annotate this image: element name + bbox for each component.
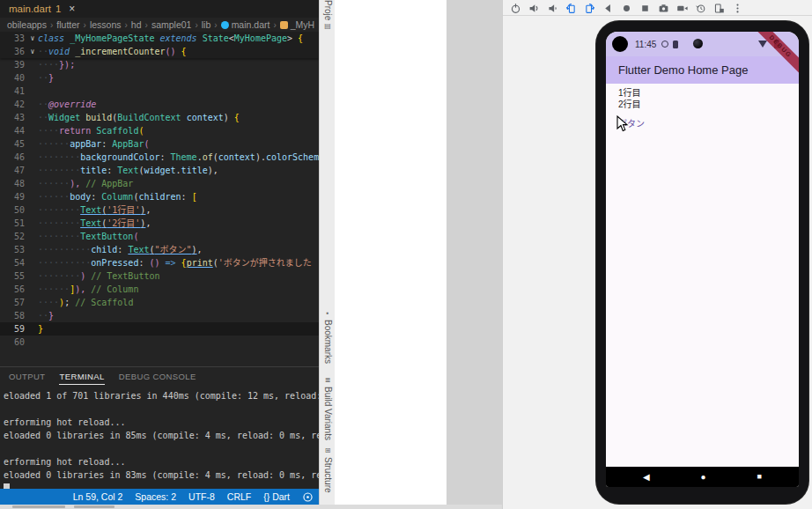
body-line-1: 1行目 <box>618 87 799 99</box>
speaker-camera-icon <box>693 39 703 48</box>
code-line[interactable]: 45······appBar: AppBar( <box>0 137 319 151</box>
breadcrumb-item[interactable]: obileapps <box>7 19 47 30</box>
code-line[interactable]: 56······]), // Column <box>0 283 319 296</box>
line-number[interactable]: 48 <box>0 177 27 190</box>
status-item[interactable]: {} Dart <box>263 491 290 502</box>
line-number[interactable]: 50 <box>0 203 27 217</box>
status-item[interactable]: UTF-8 <box>188 491 215 502</box>
line-number[interactable]: 53 <box>0 243 27 256</box>
code-line[interactable]: 58··} <box>0 309 319 322</box>
more-icon[interactable] <box>732 2 743 13</box>
code-line[interactable]: 44····return Scaffold( <box>0 124 319 137</box>
tab-main-dart[interactable]: main.dart 1 × <box>9 3 75 15</box>
close-icon[interactable]: × <box>69 3 75 15</box>
code-line[interactable]: 57····); // Scaffold <box>0 296 319 309</box>
status-bar-items: Ln 59, Col 2Spaces: 2UTF-8CRLF{} Dart <box>73 491 290 502</box>
line-number[interactable]: 56 <box>0 283 27 296</box>
tab-debug-console[interactable]: DEBUG CONSOLE <box>119 372 196 385</box>
nav-home-button[interactable]: ● <box>701 467 706 487</box>
line-number[interactable]: 52 <box>0 230 27 243</box>
tab-output[interactable]: OUTPUT <box>9 372 45 385</box>
rotate-left-icon[interactable] <box>565 2 577 13</box>
breadcrumb-item[interactable]: hd <box>131 19 142 30</box>
breadcrumb-item[interactable]: main.dart <box>232 19 270 30</box>
status-item[interactable]: Spaces: 2 <box>135 491 176 502</box>
code-line[interactable]: 59} <box>0 322 319 336</box>
code-line[interactable]: 46········backgroundColor: Theme.of(cont… <box>0 151 319 164</box>
volume-down-icon[interactable] <box>547 2 558 13</box>
tab-terminal[interactable]: TERMINAL <box>59 372 104 385</box>
volume-up-icon[interactable] <box>528 2 540 13</box>
code-line[interactable]: 43··Widget build(BuildContext context) { <box>0 111 319 124</box>
breadcrumb[interactable]: obileapps›flutter›lessons›hd›sample01›li… <box>0 18 319 32</box>
code-line[interactable]: 60 <box>0 336 319 349</box>
breadcrumb-item[interactable]: _MyH <box>291 19 314 30</box>
class-icon <box>280 21 288 29</box>
code-line[interactable]: 48······), // AppBar <box>0 177 319 190</box>
home-icon[interactable] <box>621 2 632 13</box>
notifications-icon[interactable] <box>302 491 314 503</box>
line-number[interactable]: 49 <box>0 190 27 203</box>
status-item[interactable]: Ln 59, Col 2 <box>73 491 123 502</box>
line-number[interactable]: 57 <box>0 296 27 309</box>
line-number[interactable]: 55 <box>0 269 27 283</box>
toolwindow-build-variants[interactable]: ≣ Build Variants <box>320 377 336 440</box>
fold-chevron-icon[interactable]: ∨ <box>27 32 38 45</box>
breadcrumb-item[interactable]: lessons <box>90 19 122 30</box>
code-line[interactable]: 47········title: Text(widget.title), <box>0 164 319 177</box>
code-line[interactable]: 39····}); <box>0 58 319 71</box>
back-icon[interactable] <box>602 2 614 13</box>
fold-gutter <box>27 177 38 190</box>
line-number[interactable]: 44 <box>0 124 27 137</box>
snapshots-icon[interactable] <box>695 2 706 13</box>
line-number[interactable]: 42 <box>0 98 27 111</box>
vscode-window: main.dart 1 × obileapps›flutter›lessons›… <box>0 0 319 505</box>
code-line[interactable]: 54··········onPressed: () => {print('ボタン… <box>0 256 319 269</box>
rotate-right-icon[interactable] <box>584 2 595 13</box>
toolwindow-bookmarks[interactable]: ▪ Bookmarks <box>320 310 336 364</box>
nav-overview-button[interactable]: ■ <box>757 467 762 487</box>
line-number[interactable]: 59 <box>0 322 27 336</box>
code-line[interactable]: 50········Text('1行目'), <box>0 203 319 217</box>
nav-back-button[interactable]: ◀ <box>643 467 650 487</box>
code-editor[interactable]: 33∨class _MyHomePageState extends State<… <box>0 32 319 366</box>
code-line[interactable]: 36∨··void _incrementCounter() { <box>0 45 319 58</box>
code-text: ··} <box>38 71 319 85</box>
line-number[interactable]: 51 <box>0 217 27 230</box>
line-number[interactable]: 39 <box>0 58 27 71</box>
fold-gutter <box>27 111 38 124</box>
toolwindow-structure[interactable]: ⊞ Structure <box>320 447 336 493</box>
power-icon[interactable] <box>510 2 521 13</box>
code-line[interactable]: 55········) // TextButton <box>0 269 319 283</box>
line-number[interactable]: 58 <box>0 309 27 322</box>
code-line[interactable]: 51········Text('2行目'), <box>0 217 319 230</box>
line-number[interactable]: 40 <box>0 71 27 85</box>
line-number[interactable]: 46 <box>0 151 27 164</box>
line-number[interactable]: 60 <box>0 336 27 349</box>
breadcrumb-item[interactable]: sample01 <box>151 19 192 30</box>
line-number[interactable]: 54 <box>0 256 27 269</box>
breadcrumb-item[interactable]: lib <box>202 19 211 30</box>
code-line[interactable]: 53··········child: Text("ボタン"), <box>0 243 319 256</box>
toolwindow-project[interactable]: Proje ▤ <box>320 0 336 30</box>
code-line[interactable]: 42··@override <box>0 98 319 111</box>
status-item[interactable]: CRLF <box>227 491 251 502</box>
overview-icon[interactable] <box>639 2 651 13</box>
code-line[interactable]: 41 <box>0 85 319 98</box>
code-line[interactable]: 52········TextButton( <box>0 230 319 243</box>
screenshot-icon[interactable] <box>658 2 669 13</box>
line-number[interactable]: 36 <box>0 45 27 58</box>
record-screen-icon[interactable] <box>676 2 688 13</box>
fold-icon[interactable] <box>713 2 725 13</box>
line-number[interactable]: 47 <box>0 164 27 177</box>
line-number[interactable]: 43 <box>0 111 27 124</box>
breadcrumb-item[interactable]: flutter <box>56 19 79 30</box>
line-number[interactable]: 33 <box>0 32 27 45</box>
code-line[interactable]: 40··} <box>0 71 319 85</box>
line-number[interactable]: 41 <box>0 85 27 98</box>
line-number[interactable]: 45 <box>0 137 27 151</box>
code-line[interactable]: 33∨class _MyHomePageState extends State<… <box>0 32 319 45</box>
code-line[interactable]: 49······body: Column(children: [ <box>0 190 319 203</box>
fold-chevron-icon[interactable]: ∨ <box>27 45 38 58</box>
terminal-output[interactable]: eloaded 1 of 701 libraries in 440ms (com… <box>0 389 319 495</box>
